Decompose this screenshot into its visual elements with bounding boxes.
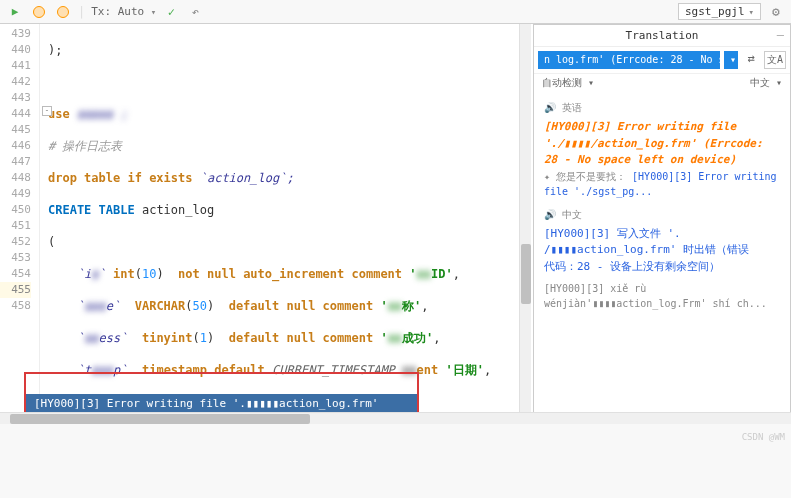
scrollbar-thumb[interactable]	[521, 244, 531, 304]
gear-icon: ⚙	[772, 4, 780, 19]
target-section-label: 🔊 中文	[544, 207, 780, 222]
datasource-selector[interactable]: sgst_pgjl▾	[678, 3, 761, 20]
rollback-button[interactable]: ↶	[186, 3, 204, 21]
code-line: );	[48, 42, 533, 58]
line-gutter: 4394404414424434444454464474484494504514…	[0, 24, 40, 422]
commit-button[interactable]: ✓	[162, 3, 180, 21]
run-script-button[interactable]	[30, 3, 48, 21]
source-text: [HY000][3] Error writing file './▮▮▮▮/ac…	[544, 119, 780, 169]
pinyin-text: [HY000][3] xiě rù wénjiàn'▮▮▮▮action_log…	[544, 281, 780, 311]
panel-title: Translation –	[534, 25, 790, 47]
translation-panel: Translation – n log.frm' (Errcode: 28 - …	[533, 24, 791, 422]
output-panel	[0, 422, 791, 498]
translation-input[interactable]: n log.frm' (Errcode: 28 - No space left …	[538, 51, 720, 69]
chevron-down-icon: ▾	[749, 7, 754, 17]
step-button[interactable]	[54, 3, 72, 21]
target-lang-button[interactable]: 文A	[764, 51, 786, 69]
source-lang-label[interactable]: 自动检测 ▾	[542, 76, 594, 90]
fold-gutter: -	[40, 24, 54, 422]
run-button[interactable]: ▶	[6, 3, 24, 21]
close-icon[interactable]: –	[777, 28, 784, 42]
circle-icon	[33, 6, 45, 18]
translated-text: [HY000][3] 写入文件 '. /▮▮▮▮action_log.frm' …	[544, 226, 780, 276]
tx-mode-selector[interactable]: Tx: Auto ▾	[91, 5, 156, 18]
play-icon: ▶	[12, 5, 19, 18]
settings-button[interactable]: ⚙	[767, 3, 785, 21]
horizontal-scrollbar[interactable]	[0, 412, 791, 424]
circle-icon	[57, 6, 69, 18]
error-highlight-box: [HY000][3] Error writing file '.▮▮▮▮▮act…	[24, 372, 419, 414]
fold-marker[interactable]: -	[42, 106, 52, 116]
chevron-down-icon: ▾	[151, 7, 156, 17]
input-dropdown[interactable]: ▾	[724, 51, 738, 69]
sql-editor[interactable]: 4394404414424434444454464474484494504514…	[0, 24, 533, 422]
source-section-label: 🔊 英语	[544, 100, 780, 115]
watermark: CSDN @WM	[742, 432, 785, 442]
scrollbar-thumb[interactable]	[10, 414, 310, 424]
target-lang-label[interactable]: 中文 ▾	[750, 76, 782, 90]
separator: |	[78, 5, 85, 19]
swap-languages-button[interactable]: ⇄	[742, 51, 760, 69]
code-area[interactable]: ); use ▮▮▮▮▮ ; # 操作日志表 drop table if exi…	[40, 24, 533, 422]
suggestion-hint: ✦ 您是不是要找： [HY000][3] Error writing file …	[544, 169, 780, 199]
toolbar: ▶ | Tx: Auto ▾ ✓ ↶ sgst_pgjl▾ ⚙	[0, 0, 791, 24]
vertical-scrollbar[interactable]	[519, 24, 531, 422]
